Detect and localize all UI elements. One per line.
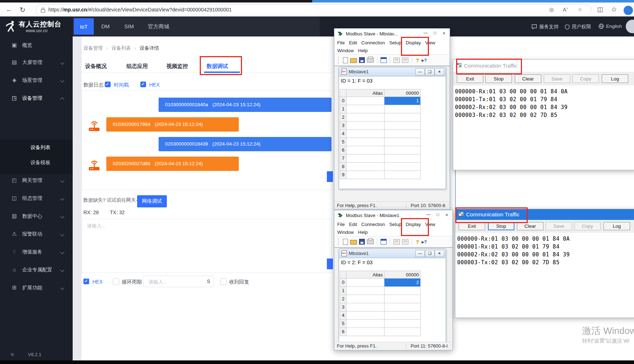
register-value-cell[interactable]: [384, 122, 421, 130]
open-file-icon[interactable]: [350, 58, 357, 63]
mbslave-doc-window[interactable]: Mbslave1 — ❑ × ID = 1: F = 03 Alias 0000…: [339, 67, 446, 189]
close-icon[interactable]: ×: [435, 250, 444, 257]
minimize-icon[interactable]: —: [415, 68, 425, 75]
window-titlebar[interactable]: Modbus Slave - Mbslav... — □ ×: [334, 29, 450, 39]
stop-button[interactable]: Stop: [485, 74, 512, 83]
hex-send-label[interactable]: HEX: [92, 279, 103, 285]
menu-connection[interactable]: Connection: [361, 40, 385, 45]
header-permissions[interactable]: 用户权限: [565, 24, 591, 30]
maximize-icon[interactable]: □: [434, 212, 442, 218]
alias-cell[interactable]: [347, 287, 384, 295]
menu-help[interactable]: Help: [358, 230, 368, 235]
register-value-cell[interactable]: [384, 130, 421, 138]
stop-button[interactable]: Stop: [488, 222, 514, 230]
location-icon[interactable]: ◎: [549, 6, 554, 13]
cycle-label[interactable]: 循环周期: [122, 279, 142, 285]
communication-traffic-window-1[interactable]: Communication Traffic Exit Stop Clear Sa…: [453, 59, 634, 170]
tab-video-monitor[interactable]: 视频监控: [166, 63, 188, 70]
timestamp-label[interactable]: 时间戳: [114, 82, 129, 88]
menu-window[interactable]: Window: [337, 48, 354, 53]
nav-tab-iot[interactable]: IoT: [74, 18, 94, 35]
header-language[interactable]: English: [599, 24, 622, 29]
sidebar-item-data-center[interactable]: ▥ 数据中心: [0, 210, 73, 222]
address-column-header[interactable]: 00000: [384, 89, 421, 97]
sidebar-item-scene-mgmt[interactable]: ◈ 场景管理: [0, 74, 73, 87]
help-icon[interactable]: ?: [415, 57, 420, 63]
alias-cell[interactable]: [347, 146, 384, 154]
sidebar-item-screen-mgmt[interactable]: ▤ 大屏管理: [0, 56, 73, 69]
new-file-icon[interactable]: [343, 57, 348, 63]
new-file-icon[interactable]: [343, 239, 348, 245]
register-value-cell[interactable]: 1: [384, 97, 421, 105]
alias-cell[interactable]: [347, 279, 384, 287]
disconnect-device-icon[interactable]: [402, 58, 408, 63]
restore-icon[interactable]: ❑: [425, 68, 435, 75]
connect-device-icon[interactable]: [393, 58, 400, 63]
network-debug-button[interactable]: 网络调试: [137, 195, 167, 207]
cycle-period-input[interactable]: 请输入... S: [143, 276, 214, 287]
sidebar-item-alarm[interactable]: ⚠ 报警联动: [0, 228, 73, 240]
modbus-slave-window-1[interactable]: Modbus Slave - Mbslav... — □ × File Edit…: [334, 28, 450, 210]
address-column-header[interactable]: 00000: [384, 271, 421, 279]
help-icon[interactable]: ?: [415, 239, 420, 245]
register-value-cell[interactable]: [384, 105, 421, 113]
mbslave-doc-window[interactable]: Mbslave1 — ❑ × ID = 2: F = 03 Alias 0000…: [339, 249, 446, 343]
logo-block[interactable]: 有人云控制台 www.usr.cn: [0, 16, 73, 36]
browser-profile-avatar[interactable]: [624, 6, 633, 15]
close-icon[interactable]: ×: [435, 68, 444, 75]
save-icon[interactable]: [359, 57, 365, 63]
close-icon[interactable]: ×: [440, 30, 448, 37]
alias-cell[interactable]: [347, 163, 384, 171]
reply-checkbox[interactable]: [220, 279, 227, 285]
doc-titlebar[interactable]: Mbslave1 — ❑ ×: [339, 67, 446, 77]
register-value-cell[interactable]: [384, 303, 421, 311]
refresh-icon[interactable]: ↻: [20, 6, 25, 14]
minimize-icon[interactable]: —: [415, 250, 425, 257]
user-avatar[interactable]: [626, 20, 634, 33]
resize-grip[interactable]: ⋰: [445, 203, 449, 208]
sidebar-item-overview[interactable]: ▣ 概览: [0, 39, 73, 51]
menu-edit[interactable]: Edit: [349, 222, 357, 227]
hex-log-label[interactable]: HEX: [149, 82, 160, 88]
read-aloud-icon[interactable]: A»: [563, 6, 568, 13]
open-file-icon[interactable]: [350, 240, 357, 245]
alias-cell[interactable]: [347, 171, 384, 179]
hex-send-checkbox[interactable]: [83, 279, 89, 284]
alias-cell[interactable]: [347, 113, 384, 122]
modbus-slave-window-2[interactable]: Modbus Slave - Mbslave1 — □ × File Edit …: [334, 210, 453, 350]
nav-tab-mall[interactable]: 官方商城: [148, 23, 169, 30]
register-value-cell[interactable]: [384, 287, 421, 295]
menu-file[interactable]: File: [337, 222, 345, 227]
menu-connection[interactable]: Connection: [361, 222, 385, 227]
nav-tab-dm[interactable]: DM: [101, 23, 110, 29]
reply-label[interactable]: 收到回复: [229, 279, 249, 285]
sidebar-item-value-added[interactable]: ♢ 增值服务: [0, 246, 73, 258]
communication-traffic-window-2[interactable]: Communication Traffic Exit Stop Clear Sa…: [455, 209, 634, 318]
register-value-cell[interactable]: [384, 328, 421, 336]
back-icon[interactable]: ←: [6, 6, 13, 14]
clear-button[interactable]: Clear: [515, 74, 541, 83]
register-value-cell[interactable]: [384, 146, 421, 154]
setup-window-icon[interactable]: [381, 239, 387, 245]
alias-cell[interactable]: [347, 138, 384, 146]
resize-grip[interactable]: ⋰: [448, 344, 452, 348]
cycle-checkbox[interactable]: [113, 279, 119, 285]
nav-tab-sim[interactable]: SIM: [124, 23, 134, 29]
exit-button[interactable]: Exit: [459, 222, 485, 230]
split-screen-icon[interactable]: ◫: [597, 6, 603, 13]
window-titlebar[interactable]: Modbus Slave - Mbslave1 — □ ×: [334, 210, 452, 220]
alias-cell[interactable]: [347, 122, 384, 130]
close-icon[interactable]: ×: [443, 212, 451, 218]
log-button[interactable]: Log: [602, 74, 628, 83]
tab-scada-app[interactable]: 组态应用: [126, 63, 148, 70]
sidebar-item-device-template[interactable]: 设备模板: [30, 159, 50, 166]
menu-help[interactable]: Help: [358, 48, 368, 53]
partial-hidden-button[interactable]: [327, 171, 333, 182]
partial-hidden-send-button[interactable]: [327, 259, 333, 269]
address-bar[interactable]: https://mp.usr.cn/#/cloud/device/ViewDev…: [36, 4, 591, 15]
alias-cell[interactable]: [347, 130, 384, 138]
alias-cell[interactable]: [347, 154, 384, 163]
alias-cell[interactable]: [347, 320, 384, 328]
register-value-cell[interactable]: [384, 154, 421, 163]
clear-button[interactable]: Clear: [517, 222, 543, 230]
